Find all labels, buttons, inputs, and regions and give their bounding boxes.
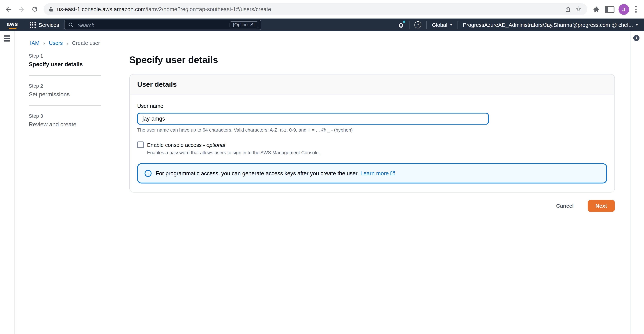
- side-panel-icon: [605, 6, 614, 13]
- breadcrumb-current: Create user: [72, 40, 100, 46]
- chevron-down-icon: ▼: [636, 23, 638, 26]
- lock-icon: [48, 7, 54, 12]
- url-path: /iamv2/home?region=ap-southeast-1#/users…: [146, 6, 271, 12]
- help-panel-toggle[interactable]: i: [634, 35, 640, 41]
- side-panel-button[interactable]: [605, 4, 615, 14]
- breadcrumb-chevron-icon: ›: [43, 40, 45, 46]
- extensions-button[interactable]: [591, 4, 601, 14]
- browser-actions: J: [591, 4, 639, 15]
- help-button[interactable]: ?: [414, 22, 422, 29]
- browser-menu-button[interactable]: [633, 5, 639, 14]
- aws-smile-icon: [7, 24, 18, 29]
- breadcrumb: IAM › Users › Create user: [30, 40, 100, 46]
- reload-button[interactable]: [30, 4, 40, 14]
- console-access-checkbox[interactable]: [137, 141, 144, 148]
- step-item-3[interactable]: Step 3 Review and create: [29, 113, 100, 128]
- wizard-actions: Cancel Next: [130, 200, 615, 212]
- aws-logo[interactable]: aws: [7, 21, 18, 29]
- region-label: Global: [432, 22, 447, 28]
- account-menu[interactable]: ProgressAzureAD_Administrators/Jay.Sharm…: [463, 22, 638, 28]
- learn-more-link[interactable]: Learn more: [360, 170, 395, 176]
- search-icon: [68, 22, 74, 28]
- url-bar[interactable]: us-east-1.console.aws.amazon.com/iamv2/h…: [44, 3, 587, 15]
- breadcrumb-link-iam[interactable]: IAM: [30, 40, 40, 46]
- username-input[interactable]: [137, 113, 489, 124]
- nav-divider: [458, 21, 458, 29]
- optional-label: optional: [206, 142, 225, 148]
- left-rail-divider: [14, 31, 15, 334]
- url-text: us-east-1.console.aws.amazon.com/iamv2/h…: [57, 6, 562, 12]
- info-alert: i For programmatic access, you can gener…: [137, 163, 607, 183]
- external-link-icon: [390, 171, 395, 176]
- aws-top-nav: aws Services [Option+S] ? Global ▼: [0, 19, 644, 31]
- services-label: Services: [39, 22, 59, 28]
- account-label: ProgressAzureAD_Administrators/Jay.Sharm…: [463, 22, 633, 28]
- back-arrow-icon: [4, 6, 12, 13]
- side-nav-toggle[interactable]: [4, 36, 10, 41]
- console-access-description: Enables a password that allows users to …: [147, 150, 320, 155]
- share-icon: [565, 6, 571, 12]
- username-constraint: The user name can have up to 64 characte…: [137, 128, 607, 132]
- nav-divider: [426, 21, 427, 29]
- step-number: Step 3: [29, 113, 100, 119]
- page-content: i IAM › Users › Create user Step 1 Speci…: [0, 31, 644, 334]
- nav-divider: [409, 21, 410, 29]
- bookmark-star-icon: ☆: [575, 6, 582, 13]
- console-search-box: [Option+S]: [64, 20, 261, 30]
- screen: us-east-1.console.aws.amazon.com/iamv2/h…: [0, 0, 644, 334]
- right-rail-divider: [630, 31, 630, 334]
- notification-dot: [403, 20, 406, 23]
- back-button[interactable]: [3, 4, 13, 14]
- username-label: User name: [137, 103, 163, 109]
- search-input[interactable]: [77, 20, 226, 30]
- console-access-row: Enable console access - optional Enables…: [137, 141, 607, 155]
- forward-arrow-icon: [18, 6, 25, 13]
- main-panel: Specify user details User details User n…: [130, 54, 615, 212]
- region-selector[interactable]: Global ▼: [432, 22, 452, 28]
- share-button[interactable]: [562, 4, 573, 15]
- nav-divider: [24, 21, 24, 29]
- services-menu[interactable]: Services: [30, 22, 59, 28]
- page-title: Specify user details: [130, 54, 615, 66]
- services-grid-icon: [30, 22, 36, 28]
- cancel-button[interactable]: Cancel: [554, 203, 576, 210]
- puzzle-icon: [593, 6, 600, 13]
- card-header-title: User details: [137, 81, 607, 89]
- chevron-down-icon: ▼: [450, 23, 453, 26]
- step-number: Step 2: [29, 83, 100, 89]
- console-access-texts: Enable console access - optional Enables…: [147, 141, 320, 155]
- step-title: Specify user details: [29, 61, 100, 68]
- breadcrumb-link-users[interactable]: Users: [49, 40, 63, 46]
- user-details-card: User details User name The user name can…: [130, 74, 615, 192]
- alert-message: For programmatic access, you can generat…: [156, 170, 395, 176]
- profile-avatar[interactable]: J: [618, 4, 629, 15]
- bookmark-button[interactable]: ☆: [573, 4, 584, 15]
- browser-toolbar: us-east-1.console.aws.amazon.com/iamv2/h…: [0, 0, 644, 19]
- info-icon: i: [145, 170, 152, 177]
- step-number: Step 1: [29, 53, 100, 59]
- console-access-label[interactable]: Enable console access - optional: [147, 142, 225, 148]
- card-header: User details: [130, 75, 614, 95]
- step-title: Set permissions: [29, 91, 100, 98]
- wizard-steps: Step 1 Specify user details Step 2 Set p…: [29, 53, 100, 128]
- step-item-2[interactable]: Step 2 Set permissions: [29, 83, 100, 98]
- step-divider: [29, 105, 100, 106]
- step-item-1[interactable]: Step 1 Specify user details: [29, 53, 100, 68]
- next-button[interactable]: Next: [588, 200, 615, 212]
- notifications-button[interactable]: [398, 22, 404, 28]
- reload-icon: [31, 6, 38, 13]
- step-title: Review and create: [29, 121, 100, 128]
- nav-utilities: ? Global ▼ ProgressAzureAD_Administrator…: [398, 21, 638, 29]
- forward-button[interactable]: [16, 4, 26, 14]
- breadcrumb-chevron-icon: ›: [66, 40, 68, 46]
- search-shortcut-hint: [Option+S]: [230, 21, 258, 28]
- step-divider: [29, 75, 100, 76]
- url-domain: us-east-1.console.aws.amazon.com: [57, 6, 146, 12]
- card-body: User name The user name can have up to 6…: [130, 95, 614, 192]
